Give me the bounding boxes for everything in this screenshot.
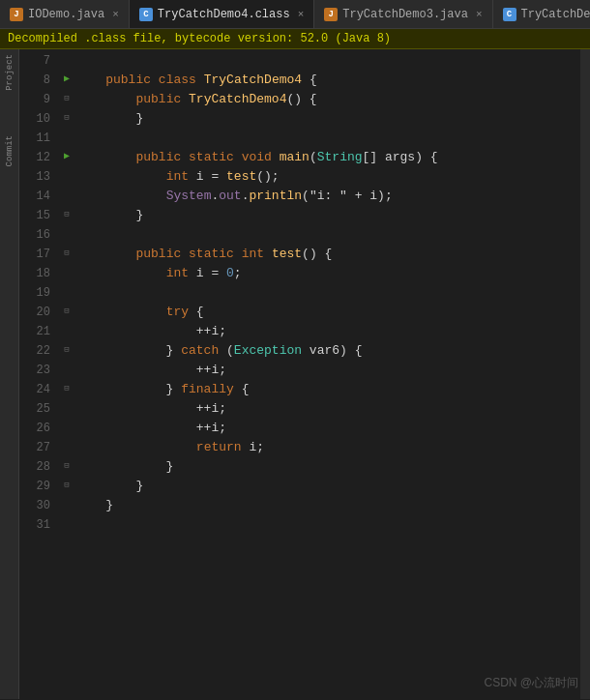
code-container: 7891011121314151617181920212223242526272… [19, 49, 580, 699]
gutter-row: ⊟ [58, 339, 75, 359]
line-number: 24 [19, 380, 50, 399]
line-number: 11 [19, 129, 50, 148]
fold-icon[interactable]: ⊟ [64, 112, 69, 123]
code-line: try { [75, 303, 580, 322]
line-number: 19 [19, 283, 50, 303]
run-icon[interactable]: ▶ [64, 73, 70, 84]
code-line [75, 129, 580, 148]
gutter-row: ⊟ [58, 301, 75, 320]
fold-icon[interactable]: ⊟ [64, 460, 69, 471]
gutter-row [58, 320, 75, 339]
fold-icon[interactable]: ⊟ [64, 383, 69, 394]
code-line: } finally { [75, 380, 580, 399]
code-line: } [75, 457, 580, 477]
line-number: 28 [19, 457, 50, 477]
code-line: ++i; [75, 399, 580, 419]
info-bar: Decompiled .class file, bytecode version… [0, 29, 590, 49]
gutter-row: ⊟ [58, 475, 75, 494]
fold-icon[interactable]: ⊟ [64, 306, 69, 316]
tab-close-icon[interactable]: × [476, 9, 483, 20]
code-line [75, 51, 580, 71]
gutter-row [58, 417, 75, 436]
code-line [75, 283, 580, 303]
line-number: 16 [19, 225, 50, 245]
gutter-row: ⊟ [58, 243, 75, 262]
fold-icon[interactable]: ⊟ [64, 344, 69, 355]
scrollbar[interactable] [580, 49, 590, 699]
tab-label: TryCatchDemo3.java [342, 8, 468, 21]
line-number: 13 [19, 167, 50, 187]
fold-icon[interactable]: ⊟ [64, 93, 69, 103]
gutter: ▶⊟⊟▶⊟⊟⊟⊟⊟⊟⊟ [58, 49, 75, 699]
line-number: 31 [19, 515, 50, 535]
tab-trycatchdemo2[interactable]: C TryCatchDemo2.j × [493, 0, 591, 28]
line-number: 10 [19, 109, 50, 129]
tab-trycatchdemo4[interactable]: C TryCatchDemo4.class × [130, 0, 314, 28]
line-number: 17 [19, 245, 50, 264]
gutter-row [58, 281, 75, 301]
code-lines: public class TryCatchDemo4 { public TryC… [75, 49, 580, 699]
code-line: } [75, 109, 580, 129]
gutter-row [58, 262, 75, 281]
gutter-row: ⊟ [58, 378, 75, 397]
code-line: return i; [75, 438, 580, 457]
code-line: int i = 0; [75, 264, 580, 283]
line-number: 21 [19, 322, 50, 341]
tab-trycatchdemo3[interactable]: J TryCatchDemo3.java × [314, 0, 492, 28]
editor-area: Project Commit 7891011121314151617181920… [0, 49, 590, 699]
code-line: public static void main(String[] args) { [75, 148, 580, 167]
gutter-row: ⊟ [58, 204, 75, 223]
line-number: 30 [19, 496, 50, 515]
gutter-row: ⊟ [58, 455, 75, 475]
gutter-row [58, 223, 75, 243]
code-line: ++i; [75, 361, 580, 380]
gutter-row [58, 127, 75, 146]
gutter-row: ▶ [58, 69, 75, 88]
gutter-row [58, 513, 75, 533]
fold-icon[interactable]: ⊟ [64, 209, 69, 219]
line-number: 20 [19, 303, 50, 322]
gutter-row: ▶ [58, 146, 75, 165]
sidebar-icons: Project Commit [0, 49, 19, 699]
line-number: 12 [19, 148, 50, 167]
code-line: public static int test() { [75, 245, 580, 264]
gutter-row: ⊟ [58, 107, 75, 127]
gutter-row [58, 165, 75, 185]
line-number: 14 [19, 187, 50, 206]
code-line: System.out.println("i: " + i); [75, 187, 580, 206]
fold-icon[interactable]: ⊟ [64, 248, 69, 258]
line-number: 27 [19, 438, 50, 457]
project-icon[interactable]: Project [5, 54, 15, 91]
code-line: ++i; [75, 419, 580, 438]
code-line: public TryCatchDemo4() { [75, 90, 580, 109]
watermark: CSDN @心流时间 [484, 675, 578, 691]
tab-iodemo[interactable]: J IODemo.java × [0, 0, 130, 28]
code-line: } [75, 206, 580, 225]
commit-icon[interactable]: Commit [5, 135, 15, 166]
line-number: 7 [19, 51, 50, 71]
code-line: public class TryCatchDemo4 { [75, 71, 580, 90]
fold-icon[interactable]: ⊟ [64, 480, 69, 490]
gutter-row: ⊟ [58, 88, 75, 107]
tab-close-icon[interactable]: × [112, 9, 119, 20]
line-number: 29 [19, 477, 50, 496]
line-number: 22 [19, 341, 50, 361]
tab-label: IODemo.java [28, 8, 104, 21]
line-number: 15 [19, 206, 50, 225]
code-line [75, 515, 580, 535]
class-icon: C [503, 8, 516, 21]
java-icon: J [10, 8, 23, 21]
code-line: int i = test(); [75, 167, 580, 187]
tab-label: TryCatchDemo4.class [158, 8, 290, 21]
code-line: ++i; [75, 322, 580, 341]
code-line: } [75, 477, 580, 496]
java-icon: J [324, 8, 338, 21]
tab-close-icon[interactable]: × [298, 9, 305, 20]
code-line [75, 225, 580, 245]
gutter-row [58, 494, 75, 513]
gutter-row [58, 359, 75, 378]
run-icon[interactable]: ▶ [64, 150, 70, 161]
code-line: } catch (Exception var6) { [75, 341, 580, 361]
line-number: 8 [19, 71, 50, 90]
line-number: 23 [19, 361, 50, 380]
